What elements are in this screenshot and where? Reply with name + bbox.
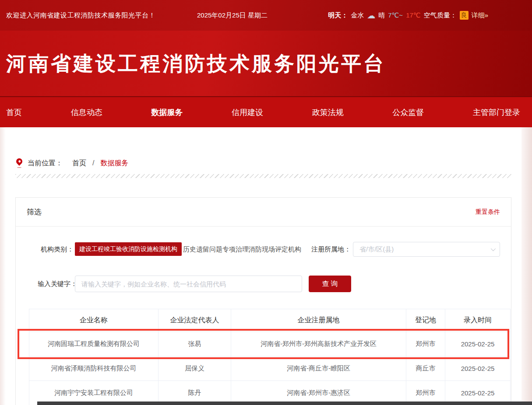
weather-condition: 晴 xyxy=(378,11,385,20)
cell-registered-region: 河南省-郑州市-郑州高新技术产业开发区 xyxy=(231,332,406,356)
left-edge-strip xyxy=(0,127,6,405)
filter-panel-header: 筛选 重置条件 xyxy=(16,198,511,227)
keyword-label: 输入关键字： xyxy=(38,276,77,292)
footer-top-edge xyxy=(37,402,532,405)
cell-legal-rep: 屈保义 xyxy=(159,356,231,381)
chevron-down-icon xyxy=(491,246,496,251)
cell-entry-date: 2025-02-25 xyxy=(445,332,511,356)
weather-detail-link[interactable]: 详细» xyxy=(472,11,488,20)
breadcrumb-label: 当前位置： xyxy=(28,159,63,168)
search-button[interactable]: 查 询 xyxy=(309,276,351,292)
masthead: 欢迎进入河南省建设工程消防技术服务阳光平台！ 2025年02月25日 星期二 明… xyxy=(0,0,532,96)
air-quality-label: 空气质量： xyxy=(424,11,457,20)
weather-district: 金水 xyxy=(351,11,364,20)
nav-item-data-service[interactable]: 数据服务 xyxy=(151,107,183,118)
nav-item-news[interactable]: 信息动态 xyxy=(71,107,102,118)
region-select[interactable]: 省/市/区(县) xyxy=(353,242,500,257)
filter-row-category: 机构类别： 建设工程竣工验收消防设施检测机构 历史遗留问题专项治理消防现场评定机… xyxy=(16,242,511,257)
main-nav: 首页 信息动态 数据服务 信用建设 政策法规 公众监督 主管部门登录 xyxy=(0,96,532,127)
category-label: 机构类别： xyxy=(41,242,74,257)
weather-tomorrow-label: 明天： xyxy=(328,11,348,20)
region-select-placeholder: 省/市/区(县) xyxy=(359,245,394,254)
cell-company-name: 河南省泽顺消防科技有限公司 xyxy=(29,356,159,381)
weather-widget: 明天： 金水 ☁ 晴 7℃~ 17℃ 空气质量： 良 详细» xyxy=(328,11,488,20)
weather-temp-high: 17℃ xyxy=(406,11,421,19)
slash-divider xyxy=(15,174,511,178)
air-quality-badge: 良 xyxy=(460,11,469,20)
breadcrumb: 当前位置： 首页 / 数据服务 xyxy=(15,158,532,168)
breadcrumb-separator: / xyxy=(92,159,94,167)
cell-company-name: 河南固瑞工程质量检测有限公司 xyxy=(29,332,159,356)
table-header-row: 企业名称 企业法定代表人 企业注册属地 登记地 录入时间 xyxy=(29,309,511,332)
col-header-registration-place: 登记地 xyxy=(406,309,445,332)
nav-item-home[interactable]: 首页 xyxy=(6,107,22,118)
results-table: 企业名称 企业法定代表人 企业注册属地 登记地 录入时间 河南固瑞工程质量检测有… xyxy=(29,309,511,405)
col-header-company: 企业名称 xyxy=(29,309,159,332)
cell-registration-place: 商丘市 xyxy=(406,356,445,381)
page-title: 河南省建设工程消防技术服务阳光平台 xyxy=(0,53,532,73)
nav-item-admin-login[interactable]: 主管部门登录 xyxy=(473,107,520,118)
cell-registered-region: 河南省-商丘市-睢阳区 xyxy=(231,356,406,381)
category-option-inactive[interactable]: 历史遗留问题专项治理消防现场评定机构 xyxy=(183,242,301,257)
filter-row-keyword: 输入关键字： 查 询 xyxy=(16,276,511,292)
cloud-icon: ☁ xyxy=(367,11,375,20)
date-text: 2025年02月25日 星期二 xyxy=(197,11,268,20)
right-edge-strip xyxy=(521,127,532,405)
cell-registration-place: 郑州市 xyxy=(406,332,445,356)
cell-legal-rep: 张易 xyxy=(159,332,231,356)
weather-temp-low: 7℃~ xyxy=(388,11,403,19)
category-option-active[interactable]: 建设工程竣工验收消防设施检测机构 xyxy=(75,242,182,256)
filter-title: 筛选 xyxy=(27,207,42,217)
nav-item-supervision[interactable]: 公众监督 xyxy=(392,107,424,118)
filter-panel: 筛选 重置条件 机构类别： 建设工程竣工验收消防设施检测机构 历史遗留问题专项治… xyxy=(15,197,511,405)
breadcrumb-current-link[interactable]: 数据服务 xyxy=(100,159,128,168)
nav-item-credit[interactable]: 信用建设 xyxy=(232,107,263,118)
welcome-text: 欢迎进入河南省建设工程消防技术服务阳光平台！ xyxy=(6,11,155,20)
table-row[interactable]: 河南固瑞工程质量检测有限公司 张易 河南省-郑州市-郑州高新技术产业开发区 郑州… xyxy=(29,332,511,356)
region-label: 注册所属地： xyxy=(311,242,351,257)
col-header-entry-date: 录入时间 xyxy=(445,309,511,332)
reset-filters-link[interactable]: 重置条件 xyxy=(476,208,500,216)
col-header-legal-rep: 企业法定代表人 xyxy=(159,309,231,332)
nav-item-policy[interactable]: 政策法规 xyxy=(312,107,344,118)
col-header-registered-region: 企业注册属地 xyxy=(231,309,406,332)
keyword-input[interactable] xyxy=(75,276,302,292)
topbar: 欢迎进入河南省建设工程消防技术服务阳光平台！ 2025年02月25日 星期二 明… xyxy=(0,0,532,31)
cell-entry-date: 2025-02-25 xyxy=(445,356,511,381)
table-row[interactable]: 河南省泽顺消防科技有限公司 屈保义 河南省-商丘市-睢阳区 商丘市 2025-0… xyxy=(29,356,511,381)
page: 欢迎进入河南省建设工程消防技术服务阳光平台！ 2025年02月25日 星期二 明… xyxy=(0,0,532,405)
breadcrumb-home-link[interactable]: 首页 xyxy=(72,159,86,168)
location-pin-icon xyxy=(15,158,23,168)
